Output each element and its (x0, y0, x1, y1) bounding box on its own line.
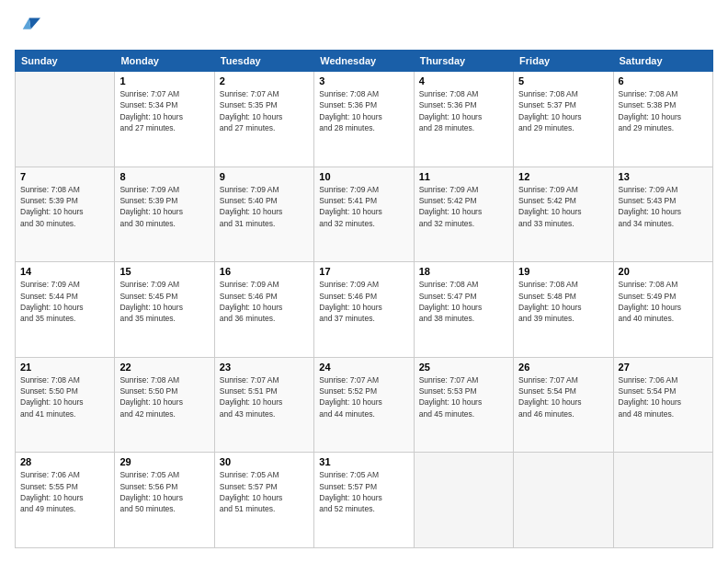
calendar-cell (414, 453, 513, 548)
weekday-header-sunday: Sunday (16, 51, 115, 72)
calendar-cell: 22Sunrise: 7:08 AMSunset: 5:50 PMDayligh… (115, 357, 214, 453)
calendar-cell: 31Sunrise: 7:05 AMSunset: 5:57 PMDayligh… (314, 453, 414, 548)
calendar-cell: 26Sunrise: 7:07 AMSunset: 5:54 PMDayligh… (514, 357, 613, 453)
calendar-cell: 27Sunrise: 7:06 AMSunset: 5:54 PMDayligh… (613, 357, 712, 453)
page: SundayMondayTuesdayWednesdayThursdayFrid… (0, 0, 728, 563)
day-info: Sunrise: 7:08 AMSunset: 5:48 PMDaylight:… (518, 279, 608, 324)
calendar-cell: 19Sunrise: 7:08 AMSunset: 5:48 PMDayligh… (514, 262, 613, 358)
day-number: 20 (619, 266, 708, 277)
day-number: 13 (619, 171, 708, 182)
day-info: Sunrise: 7:09 AMSunset: 5:46 PMDaylight:… (220, 279, 309, 324)
day-number: 6 (619, 75, 708, 86)
calendar-cell: 29Sunrise: 7:05 AMSunset: 5:56 PMDayligh… (115, 453, 214, 548)
calendar-cell: 1Sunrise: 7:07 AMSunset: 5:34 PMDaylight… (115, 72, 214, 167)
day-info: Sunrise: 7:07 AMSunset: 5:53 PMDaylight:… (419, 374, 508, 419)
calendar-cell: 23Sunrise: 7:07 AMSunset: 5:51 PMDayligh… (214, 357, 313, 453)
day-number: 27 (619, 362, 708, 373)
calendar-cell: 21Sunrise: 7:08 AMSunset: 5:50 PMDayligh… (16, 357, 115, 453)
day-number: 23 (220, 362, 309, 373)
day-number: 31 (319, 456, 408, 467)
day-info: Sunrise: 7:09 AMSunset: 5:42 PMDaylight:… (419, 184, 508, 229)
calendar-week-3: 14Sunrise: 7:09 AMSunset: 5:44 PMDayligh… (16, 262, 713, 358)
day-info: Sunrise: 7:08 AMSunset: 5:36 PMDaylight:… (319, 88, 408, 133)
day-number: 29 (119, 456, 209, 467)
weekday-header-wednesday: Wednesday (314, 51, 414, 72)
calendar-cell: 12Sunrise: 7:09 AMSunset: 5:42 PMDayligh… (514, 167, 613, 262)
day-number: 22 (119, 362, 209, 373)
day-info: Sunrise: 7:09 AMSunset: 5:39 PMDaylight:… (119, 184, 209, 229)
day-number: 28 (20, 456, 109, 467)
day-info: Sunrise: 7:08 AMSunset: 5:36 PMDaylight:… (419, 88, 508, 133)
day-info: Sunrise: 7:09 AMSunset: 5:45 PMDaylight:… (119, 279, 209, 324)
calendar-cell (514, 453, 613, 548)
weekday-header-monday: Monday (115, 51, 214, 72)
calendar-cell: 17Sunrise: 7:09 AMSunset: 5:46 PMDayligh… (314, 262, 414, 358)
day-number: 3 (319, 75, 408, 86)
calendar-cell (16, 72, 115, 167)
calendar-cell: 8Sunrise: 7:09 AMSunset: 5:39 PMDaylight… (115, 167, 214, 262)
day-number: 24 (319, 362, 408, 373)
day-info: Sunrise: 7:05 AMSunset: 5:56 PMDaylight:… (119, 469, 209, 514)
calendar-cell: 13Sunrise: 7:09 AMSunset: 5:43 PMDayligh… (613, 167, 712, 262)
logo (15, 15, 44, 40)
day-info: Sunrise: 7:07 AMSunset: 5:51 PMDaylight:… (220, 374, 309, 419)
calendar-cell: 7Sunrise: 7:08 AMSunset: 5:39 PMDaylight… (16, 167, 115, 262)
day-number: 16 (220, 266, 309, 277)
day-info: Sunrise: 7:08 AMSunset: 5:38 PMDaylight:… (619, 88, 708, 133)
calendar-cell: 2Sunrise: 7:07 AMSunset: 5:35 PMDaylight… (214, 72, 313, 167)
day-number: 8 (119, 171, 209, 182)
day-number: 18 (419, 266, 508, 277)
weekday-header-saturday: Saturday (613, 51, 712, 72)
calendar-cell: 24Sunrise: 7:07 AMSunset: 5:52 PMDayligh… (314, 357, 414, 453)
day-info: Sunrise: 7:09 AMSunset: 5:46 PMDaylight:… (319, 279, 408, 324)
calendar-week-4: 21Sunrise: 7:08 AMSunset: 5:50 PMDayligh… (16, 357, 713, 453)
day-number: 19 (518, 266, 608, 277)
day-number: 21 (20, 362, 109, 373)
calendar-cell: 6Sunrise: 7:08 AMSunset: 5:38 PMDaylight… (613, 72, 712, 167)
day-number: 12 (518, 171, 608, 182)
calendar-cell: 25Sunrise: 7:07 AMSunset: 5:53 PMDayligh… (414, 357, 513, 453)
calendar-cell: 18Sunrise: 7:08 AMSunset: 5:47 PMDayligh… (414, 262, 513, 358)
calendar-week-5: 28Sunrise: 7:06 AMSunset: 5:55 PMDayligh… (16, 453, 713, 548)
day-info: Sunrise: 7:07 AMSunset: 5:54 PMDaylight:… (518, 374, 608, 419)
day-number: 17 (319, 266, 408, 277)
calendar-cell: 16Sunrise: 7:09 AMSunset: 5:46 PMDayligh… (214, 262, 313, 358)
day-info: Sunrise: 7:08 AMSunset: 5:37 PMDaylight:… (518, 88, 608, 133)
weekday-header-thursday: Thursday (414, 51, 513, 72)
calendar-cell: 10Sunrise: 7:09 AMSunset: 5:41 PMDayligh… (314, 167, 414, 262)
day-number: 14 (20, 266, 109, 277)
day-info: Sunrise: 7:07 AMSunset: 5:34 PMDaylight:… (119, 88, 209, 133)
day-number: 30 (220, 456, 309, 467)
day-info: Sunrise: 7:07 AMSunset: 5:35 PMDaylight:… (220, 88, 309, 133)
day-info: Sunrise: 7:09 AMSunset: 5:44 PMDaylight:… (20, 279, 109, 324)
calendar-table: SundayMondayTuesdayWednesdayThursdayFrid… (15, 50, 713, 548)
header (15, 15, 713, 40)
svg-marker-0 (29, 18, 40, 29)
day-number: 7 (20, 171, 109, 182)
day-number: 15 (119, 266, 209, 277)
day-info: Sunrise: 7:08 AMSunset: 5:47 PMDaylight:… (419, 279, 508, 324)
weekday-header-friday: Friday (514, 51, 613, 72)
day-number: 4 (419, 75, 508, 86)
day-info: Sunrise: 7:09 AMSunset: 5:41 PMDaylight:… (319, 184, 408, 229)
calendar-cell (613, 453, 712, 548)
day-number: 2 (220, 75, 309, 86)
calendar-cell: 3Sunrise: 7:08 AMSunset: 5:36 PMDaylight… (314, 72, 414, 167)
weekday-header-tuesday: Tuesday (214, 51, 313, 72)
calendar-cell: 14Sunrise: 7:09 AMSunset: 5:44 PMDayligh… (16, 262, 115, 358)
day-number: 10 (319, 171, 408, 182)
day-number: 26 (518, 362, 608, 373)
logo-icon (15, 15, 40, 40)
calendar-cell: 15Sunrise: 7:09 AMSunset: 5:45 PMDayligh… (115, 262, 214, 358)
calendar-week-2: 7Sunrise: 7:08 AMSunset: 5:39 PMDaylight… (16, 167, 713, 262)
day-number: 5 (518, 75, 608, 86)
day-number: 9 (220, 171, 309, 182)
day-info: Sunrise: 7:06 AMSunset: 5:54 PMDaylight:… (619, 374, 708, 419)
calendar-cell: 11Sunrise: 7:09 AMSunset: 5:42 PMDayligh… (414, 167, 513, 262)
calendar-cell: 20Sunrise: 7:08 AMSunset: 5:49 PMDayligh… (613, 262, 712, 358)
day-info: Sunrise: 7:08 AMSunset: 5:50 PMDaylight:… (20, 374, 109, 419)
day-info: Sunrise: 7:08 AMSunset: 5:50 PMDaylight:… (119, 374, 209, 419)
day-info: Sunrise: 7:09 AMSunset: 5:43 PMDaylight:… (619, 184, 708, 229)
calendar-cell: 5Sunrise: 7:08 AMSunset: 5:37 PMDaylight… (514, 72, 613, 167)
day-number: 25 (419, 362, 508, 373)
